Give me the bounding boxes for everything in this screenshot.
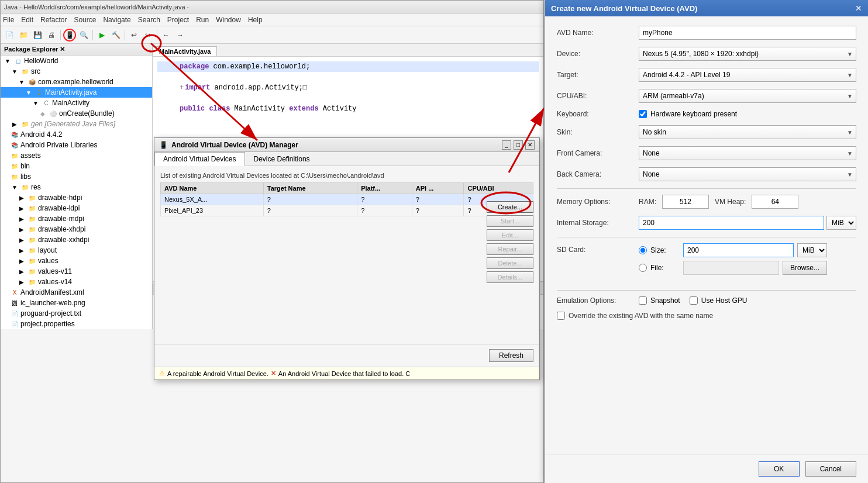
- table-row[interactable]: Nexus_5X_A... ? ? ? ?: [161, 194, 533, 205]
- cancel-button[interactable]: Cancel: [805, 461, 856, 477]
- file-label: File:: [650, 264, 680, 272]
- internal-storage-unit-select[interactable]: MiB: [826, 216, 856, 230]
- tab-mainactivity[interactable]: MainActivity.java: [153, 46, 217, 56]
- minimize-btn[interactable]: _: [502, 140, 511, 150]
- skin-select[interactable]: No skin: [639, 125, 856, 139]
- maximize-btn[interactable]: □: [514, 140, 523, 150]
- toolbar-btn-avd[interactable]: 📱: [63, 29, 76, 42]
- tree-item[interactable]: 📁assets: [1, 150, 152, 161]
- menu-source[interactable]: Source: [74, 16, 96, 24]
- ok-button[interactable]: OK: [759, 461, 800, 477]
- expand-icon: ▶: [10, 119, 19, 129]
- tab-android-virtual-devices[interactable]: Android Virtual Devices: [154, 152, 245, 166]
- device-select[interactable]: Nexus 5 (4.95", 1080 × 1920: xxhdpi): [639, 47, 856, 61]
- tree-item[interactable]: ▶📁drawable-xhdpi: [1, 224, 152, 234]
- refresh-button[interactable]: Refresh: [489, 349, 533, 362]
- tree-item[interactable]: 🖼ic_launcher-web.png: [1, 298, 152, 308]
- tree-item[interactable]: 📁libs: [1, 171, 152, 182]
- tree-item[interactable]: ▶📁values-v11: [1, 266, 152, 277]
- menu-navigate[interactable]: Navigate: [103, 16, 130, 24]
- tree-item[interactable]: 📚Android 4.4.2: [1, 129, 152, 140]
- tab-device-definitions[interactable]: Device Definitions: [245, 152, 319, 165]
- target-select[interactable]: Android 4.4.2 - API Level 19: [639, 68, 856, 82]
- create-avd-close[interactable]: ✕: [855, 4, 862, 13]
- sdcard-size-unit-select[interactable]: MiB: [797, 243, 827, 257]
- avd-title-text: Android Virtual Device (AVD) Manager: [171, 141, 298, 149]
- vm-heap-input[interactable]: [752, 195, 798, 209]
- status-text: A repairable Android Virtual Device.: [167, 370, 268, 377]
- tree-item[interactable]: ▶📁drawable-mdpi: [1, 213, 152, 224]
- col-cpu: CPU/ABI: [464, 183, 533, 194]
- toolbar-btn-print[interactable]: 🖨: [45, 29, 58, 42]
- sdcard-file-radio[interactable]: [639, 264, 647, 272]
- tree-item[interactable]: 📚Android Private Libraries: [1, 140, 152, 150]
- toolbar-btn-debug[interactable]: 🔍: [77, 29, 90, 42]
- menu-help[interactable]: Help: [248, 16, 263, 24]
- create-button[interactable]: Create...: [487, 201, 533, 213]
- tree-item[interactable]: ▶📁values: [1, 256, 152, 266]
- tree-item[interactable]: ◆⚪onCreate(Bundle): [1, 108, 152, 119]
- tree-item-mainactivity[interactable]: ▼JMainActivity.java: [1, 87, 152, 98]
- tree-item[interactable]: 📁bin: [1, 161, 152, 171]
- internal-storage-input[interactable]: [639, 216, 824, 230]
- avd-name-input[interactable]: [639, 26, 856, 40]
- sdcard-file-input[interactable]: [683, 261, 779, 275]
- menu-search[interactable]: Search: [138, 16, 160, 24]
- tree-item[interactable]: ▼📦com.example.helloworld: [1, 77, 152, 87]
- keyboard-checkbox[interactable]: [639, 110, 647, 118]
- tree-item[interactable]: ▶📁drawable-hdpi: [1, 192, 152, 203]
- tree-item[interactable]: XAndroidManifest.xml: [1, 287, 152, 298]
- project-icon: ◻: [13, 56, 23, 65]
- tree-item[interactable]: ▼◻HelloWorld: [1, 56, 152, 66]
- repair-button[interactable]: Repair...: [487, 243, 533, 255]
- tree-item[interactable]: ▶📁layout: [1, 245, 152, 256]
- ram-input[interactable]: [662, 195, 709, 209]
- toolbar-btn-back[interactable]: ←: [160, 29, 173, 42]
- edit-button[interactable]: Edit...: [487, 229, 533, 241]
- tree-item[interactable]: ▶📁values-v14: [1, 277, 152, 287]
- menu-refactor[interactable]: Refactor: [40, 16, 67, 24]
- toolbar-btn-save[interactable]: 💾: [31, 29, 44, 42]
- menu-window[interactable]: Window: [216, 16, 241, 24]
- tree-item[interactable]: ▶📁gen [Generated Java Files]: [1, 119, 152, 129]
- sdcard-size-radio[interactable]: [639, 246, 647, 254]
- snapshot-checkbox[interactable]: [639, 296, 647, 305]
- delete-button[interactable]: Delete...: [487, 257, 533, 269]
- col-api: API ...: [412, 183, 464, 194]
- toolbar-btn-run[interactable]: ▶: [95, 29, 108, 42]
- menu-run[interactable]: Run: [196, 16, 209, 24]
- start-button[interactable]: Start...: [487, 215, 533, 227]
- close-btn[interactable]: ✕: [525, 140, 535, 150]
- menu-project[interactable]: Project: [167, 16, 189, 24]
- toolbar-btn-build[interactable]: 🔨: [109, 29, 122, 42]
- front-camera-select[interactable]: None: [639, 146, 856, 160]
- toolbar-btn-open[interactable]: 📁: [17, 29, 30, 42]
- host-gpu-checkbox[interactable]: [690, 296, 698, 305]
- ide-title: Java - HelloWorld/src/com/example/hellow…: [4, 4, 189, 11]
- menu-edit[interactable]: Edit: [21, 16, 33, 24]
- back-camera-select[interactable]: None: [639, 167, 856, 181]
- sdcard-size-input[interactable]: [683, 243, 794, 257]
- tree-item[interactable]: ▶📁drawable-xxhdpi: [1, 234, 152, 245]
- tree-item[interactable]: 📄proguard-project.txt: [1, 308, 152, 319]
- tree-item[interactable]: ▼CMainActivity: [1, 98, 152, 108]
- cpu-select[interactable]: ARM (armeabi-v7a): [639, 89, 856, 103]
- avd-button-panel: Create... Start... Edit... Repair... Del…: [487, 201, 533, 283]
- expand-icon: ▶: [17, 214, 26, 223]
- browse-button[interactable]: Browse...: [783, 261, 827, 275]
- toolbar-btn-redo[interactable]: ↪: [142, 29, 154, 42]
- tree-item[interactable]: 📄project.properties: [1, 319, 152, 329]
- front-camera-wrapper: None: [639, 146, 856, 160]
- tree-item[interactable]: ▼📁src: [1, 66, 152, 77]
- toolbar-btn-new[interactable]: 📄: [3, 29, 16, 42]
- table-row[interactable]: Pixel_API_23 ? ? ? ?: [161, 205, 533, 216]
- snapshot-label: Snapshot: [650, 296, 680, 305]
- tree-item[interactable]: ▶📁drawable-ldpi: [1, 203, 152, 213]
- toolbar-btn-undo[interactable]: ↩: [128, 29, 140, 42]
- code-line: public class MainActivity extends Activi…: [157, 104, 539, 114]
- menu-file[interactable]: File: [3, 16, 14, 24]
- override-checkbox[interactable]: [557, 312, 565, 320]
- details-button[interactable]: Details...: [487, 271, 533, 283]
- tree-item[interactable]: ▼📁res: [1, 182, 152, 192]
- toolbar-btn-forward[interactable]: →: [174, 29, 187, 42]
